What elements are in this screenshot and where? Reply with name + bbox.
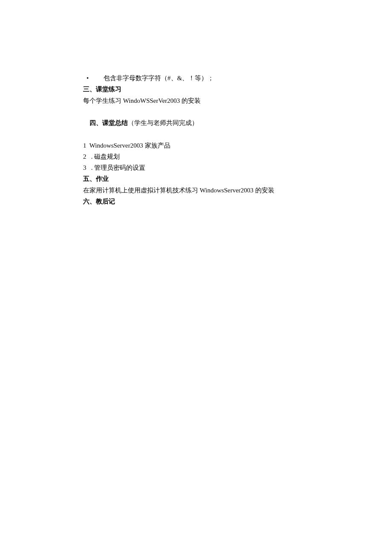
section-6-heading: 六、教后记 — [83, 196, 311, 207]
section-3-heading: 三、课堂练习 — [83, 84, 311, 95]
document-page: • 包含非字母数字字符（#、&、！等）； 三、课堂练习 每个学生练习 Windo… — [0, 0, 392, 207]
section-4-item-3: 3 . 管理员密码的设置 — [83, 162, 311, 173]
bullet-text: 包含非字母数字字符（#、&、！等）； — [104, 73, 214, 84]
section-5-body: 在家用计算机上使用虚拟计算机技术练习 WindowsServer2003 的安装 — [83, 185, 311, 196]
section-4-heading: 四、课堂总结 — [89, 119, 128, 126]
section-4-note: （学生与老师共同完成） — [128, 119, 198, 126]
section-3-body: 每个学生练习 WindoWSSerVer2003 的安装 — [83, 95, 311, 106]
bullet-item: • 包含非字母数字字符（#、&、！等）； — [83, 73, 311, 84]
section-4-item-1: 1 WindowsServer2003 家族产品 — [83, 140, 311, 151]
section-5-heading: 五、作业 — [83, 173, 311, 184]
section-4-item-2: 2 . 磁盘规划 — [83, 151, 311, 162]
bullet-dot-icon: • — [83, 73, 104, 84]
section-4-heading-line: 四、课堂总结（学生与老师共同完成） — [83, 106, 311, 140]
